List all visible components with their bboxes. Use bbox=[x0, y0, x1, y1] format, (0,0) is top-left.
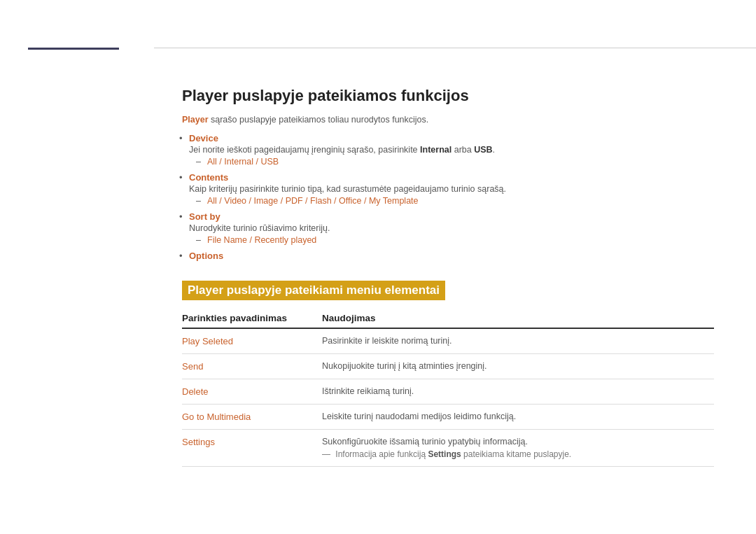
col-header-usage: Naudojimas bbox=[322, 313, 714, 323]
features-list: Device Jei norite ieškoti pageidaujamų į… bbox=[189, 133, 714, 261]
row-usage-go-to-multimedia: Leiskite turinį naudodami medijos leidim… bbox=[322, 412, 714, 421]
table-row-play-selected: Play Seleted Pasirinkite ir leiskite nor… bbox=[182, 329, 714, 354]
list-item-sort-by: Sort by Nurodykite turinio rūšiavimo kri… bbox=[189, 211, 714, 245]
list-item-options: Options bbox=[189, 251, 714, 261]
table-row-delete: Delete Ištrinkite reikiamą turinį. bbox=[182, 379, 714, 405]
contents-sub-item: All / Video / Image / PDF / Flash / Offi… bbox=[196, 196, 714, 206]
table-header: Parinkties pavadinimas Naudojimas bbox=[182, 313, 714, 329]
intro-player-label: Player bbox=[182, 115, 209, 125]
row-name-play-selected: Play Seleted bbox=[182, 336, 322, 346]
device-sub-item: All / Internal / USB bbox=[196, 157, 714, 167]
page-title: Player puslapyje pateikiamos funkcijos bbox=[182, 87, 714, 105]
row-usage-send: Nukopijuokite turinį į kitą atminties įr… bbox=[322, 361, 714, 371]
intro-paragraph: Player sąrašo puslapyje pateikiamos toli… bbox=[182, 115, 714, 125]
row-name-settings: Settings bbox=[182, 437, 322, 447]
row-usage-play-selected: Pasirinkite ir leiskite norimą turinį. bbox=[322, 336, 714, 346]
list-item-contents: Contents Kaip kriterijų pasirinkite turi… bbox=[189, 172, 714, 206]
device-sub-list: All / Internal / USB bbox=[196, 157, 714, 167]
row-usage-delete: Ištrinkite reikiamą turinį. bbox=[322, 386, 714, 396]
bullet-desc-sort-by: Nurodykite turinio rūšiavimo kriterijų. bbox=[189, 223, 714, 233]
bullet-desc-device: Jei norite ieškoti pageidaujamų įrengini… bbox=[189, 145, 714, 155]
menu-table: Parinkties pavadinimas Naudojimas Play S… bbox=[182, 313, 714, 467]
table-row-send: Send Nukopijuokite turinį į kitą atminti… bbox=[182, 354, 714, 379]
intro-text-after: sąrašo puslapyje pateikiamos toliau nuro… bbox=[209, 115, 429, 125]
bullet-title-device: Device bbox=[189, 133, 218, 143]
sidebar-accent-line bbox=[28, 48, 119, 50]
bullet-title-contents: Contents bbox=[189, 172, 228, 183]
row-usage-settings: Sukonfigūruokite išsamią turinio ypatybi… bbox=[322, 437, 714, 459]
left-sidebar bbox=[0, 0, 154, 495]
row-name-delete: Delete bbox=[182, 386, 322, 397]
sort-by-sub-item: File Name / Recently played bbox=[196, 235, 714, 245]
list-item-device: Device Jei norite ieškoti pageidaujamų į… bbox=[189, 133, 714, 167]
bullet-desc-contents: Kaip kriterijų pasirinkite turinio tipą,… bbox=[189, 184, 714, 194]
table-row-go-to-multimedia: Go to Multimedia Leiskite turinį naudoda… bbox=[182, 405, 714, 430]
main-content: Player puslapyje pateikiamos funkcijos P… bbox=[154, 48, 756, 495]
section2-title: Player puslapyje pateikiami meniu elemen… bbox=[182, 281, 445, 300]
settings-note: — Informacija apie funkciją Settings pat… bbox=[322, 449, 714, 459]
sort-by-sub-list: File Name / Recently played bbox=[196, 235, 714, 245]
row-name-go-to-multimedia: Go to Multimedia bbox=[182, 412, 322, 422]
col-header-name: Parinkties pavadinimas bbox=[182, 313, 322, 323]
bullet-title-sort-by: Sort by bbox=[189, 211, 220, 222]
table-row-settings: Settings Sukonfigūruokite išsamią turini… bbox=[182, 430, 714, 467]
contents-sub-list: All / Video / Image / PDF / Flash / Offi… bbox=[196, 196, 714, 206]
row-name-send: Send bbox=[182, 361, 322, 372]
bullet-title-options: Options bbox=[189, 251, 223, 261]
